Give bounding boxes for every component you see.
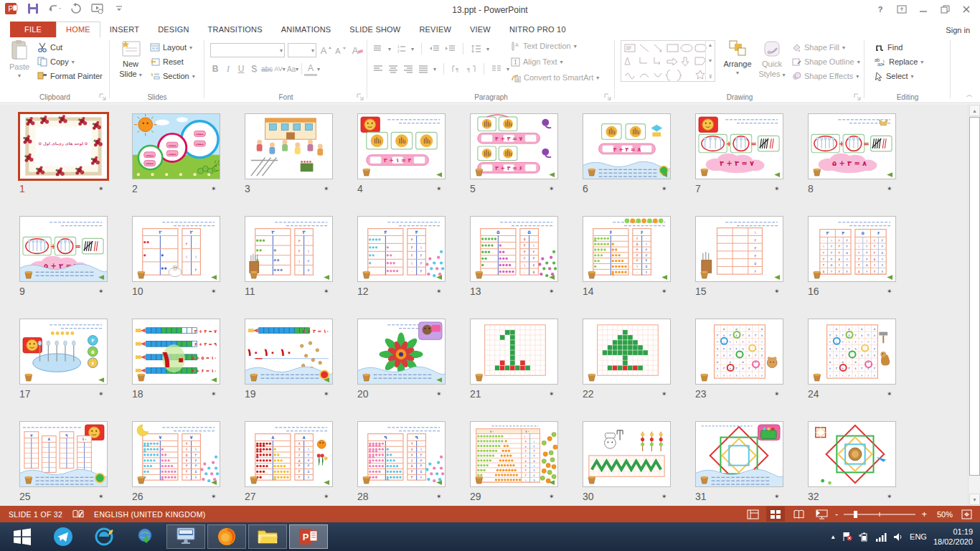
italic-button[interactable]: I: [222, 62, 235, 76]
slide-thumbnail-27[interactable]: ۸۸۸۰۷۱۶۲۵۳۴۴۳۵۲۶: [245, 421, 333, 487]
slide-thumbnail-29[interactable]: ۱۰۱۰۱۰۰۹۱۸۲۷۳۶۴۵۵۴۶۳۷۲۸۱۹: [470, 421, 558, 487]
quick-styles-button[interactable]: Quick Styles ▾: [755, 39, 788, 90]
animation-indicator-star-icon[interactable]: ✶: [549, 390, 555, 397]
new-slide-button[interactable]: New Slide ▾: [114, 39, 147, 90]
slide-thumbnail-17[interactable]: ۴۵۶: [19, 319, 108, 385]
tab-home[interactable]: HOME: [56, 22, 100, 38]
restore-button[interactable]: [934, 0, 956, 19]
clock[interactable]: 01:19 18/02/2020: [933, 527, 973, 547]
justify-button[interactable]: [418, 65, 428, 73]
collapse-ribbon-button[interactable]: ︿: [966, 90, 973, 100]
taskbar-internet-explorer-icon[interactable]: [85, 524, 123, 549]
strikethrough-button[interactable]: abc: [260, 62, 273, 76]
slide-thumbnail-2[interactable]: ﺻﻔﺤﻪﺻﻔﺤﻪﺻﻔﺤﻪﺻﻔﺤﻪﺻﻔﺤﻪﺻﻔﺤﻪ: [132, 113, 220, 179]
decrease-indent-button[interactable]: [429, 44, 440, 53]
slide-thumbnail-5[interactable]: ۴ + ۳ = ۷۳ + ۳ = ۶: [470, 113, 558, 179]
spell-check-icon[interactable]: [72, 509, 84, 519]
font-dialog-launcher[interactable]: [357, 93, 364, 100]
battery-icon[interactable]: [859, 532, 869, 542]
animation-indicator-star-icon[interactable]: ✶: [211, 493, 217, 500]
align-text-button[interactable]: Align Text▾: [511, 55, 563, 69]
animation-indicator-star-icon[interactable]: ✶: [324, 185, 329, 192]
animation-indicator-star-icon[interactable]: ✶: [661, 185, 667, 192]
fit-to-window-button[interactable]: [957, 507, 976, 522]
animation-indicator-star-icon[interactable]: ✶: [436, 493, 442, 500]
minimize-button[interactable]: [913, 0, 934, 19]
slide-thumbnail-11[interactable]: ۳۳۳۰۲۱۱۲۰۳: [245, 216, 333, 282]
paste-button[interactable]: Paste▾: [3, 39, 36, 90]
shrink-font-button[interactable]: A: [334, 43, 347, 57]
underline-button[interactable]: U: [235, 62, 248, 76]
normal-view-button[interactable]: [743, 507, 762, 522]
tab-file[interactable]: FILE: [10, 22, 56, 37]
taskbar-powerpoint-icon[interactable]: P: [289, 524, 328, 549]
slide-thumbnail-18[interactable]: ۳ + ۴ = ۷۶ + ۳ = ۹۵ + ۵ = ۱۰۴ + ۶ = ۱۰۱۰: [132, 319, 220, 385]
increase-indent-button[interactable]: [445, 44, 456, 53]
volume-icon[interactable]: [893, 532, 903, 542]
slide-thumbnail-14[interactable]: ۶۶۶۰۵۱۴۲۳۳۲۴۱۵۰۶: [583, 216, 671, 282]
taskbar-start-button[interactable]: [3, 524, 42, 549]
slide-thumbnail-22[interactable]: [583, 319, 671, 385]
animation-indicator-star-icon[interactable]: ✶: [887, 288, 892, 295]
ribbon-display-options-button[interactable]: [891, 0, 913, 19]
align-center-button[interactable]: [388, 65, 398, 73]
animation-indicator-star-icon[interactable]: ✶: [324, 390, 329, 397]
align-left-button[interactable]: [373, 65, 383, 73]
tab-review[interactable]: REVIEW: [410, 22, 461, 37]
slide-thumbnail-20[interactable]: [357, 319, 446, 385]
font-name-combo[interactable]: ▾: [210, 43, 285, 57]
slide-thumbnail-12[interactable]: ۴۴۴۰۳۱۲۲۱۳۰۴: [357, 216, 446, 282]
slide-thumbnail-23[interactable]: ۰۵۰۵۰۵۰۵۳۸۳۸۳۸۳۸۶۱۶۱۶۱۶۱۹۴۹۴۹۴۹۴۲۷۲۷۲۷۲۷…: [695, 319, 783, 385]
align-right-button[interactable]: [403, 65, 413, 73]
reading-view-button[interactable]: [789, 507, 808, 522]
animation-indicator-star-icon[interactable]: ✶: [324, 493, 329, 500]
drawing-dialog-launcher[interactable]: [854, 93, 861, 100]
slide-thumbnail-31[interactable]: [695, 421, 783, 487]
scroll-down-arrow[interactable]: ▼: [969, 494, 980, 505]
language-button[interactable]: ENG: [910, 532, 927, 541]
reset-button[interactable]: Reset: [150, 55, 184, 69]
tab-animations[interactable]: ANIMATIONS: [272, 22, 341, 37]
taskbar-file-explorer-icon[interactable]: [248, 524, 287, 549]
font-size-combo[interactable]: ▾: [288, 43, 316, 57]
shape-effects-button[interactable]: Shape Effects▾: [791, 69, 859, 83]
slide-thumbnail-30[interactable]: [583, 421, 671, 487]
copy-button[interactable]: Copy▾: [37, 55, 75, 69]
bullets-button[interactable]: [373, 44, 383, 53]
select-button[interactable]: Select▾: [875, 69, 914, 83]
clear-formatting-button[interactable]: A: [351, 43, 364, 57]
format-painter-button[interactable]: Format Painter: [37, 69, 103, 83]
slide-thumbnail-6[interactable]: ۴ + ۴ = ۸: [583, 113, 671, 179]
bold-button[interactable]: B: [209, 62, 222, 76]
animation-indicator-star-icon[interactable]: ✶: [436, 185, 442, 192]
slide-thumbnail-28[interactable]: ۹۹۹۰۸۱۷۲۶۳۵۴۴۵۳۶: [357, 421, 446, 487]
animation-indicator-star-icon[interactable]: ✶: [887, 185, 892, 192]
slide-thumbnail-1[interactable]: ✿ ﻟﻮﺣﻪ ﻫﺎی ﺯیﺒﺎی ﺍﻭﻝ ✿﹏﹏﹏: [18, 112, 109, 181]
hidden-icons-button[interactable]: ▲: [830, 534, 836, 540]
close-button[interactable]: [956, 0, 977, 19]
animation-indicator-star-icon[interactable]: ✶: [774, 288, 780, 295]
tab-slideshow[interactable]: SLIDE SHOW: [340, 22, 410, 37]
tab-view[interactable]: VIEW: [461, 22, 500, 37]
scrollbar-thumb[interactable]: [969, 117, 980, 476]
slide-sorter-view-button[interactable]: [766, 507, 785, 522]
animation-indicator-star-icon[interactable]: ✶: [661, 493, 667, 500]
zoom-level[interactable]: 50%: [931, 510, 953, 519]
taskbar-firefox-icon[interactable]: [207, 524, 246, 549]
character-spacing-button[interactable]: AV▾: [273, 62, 286, 76]
animation-indicator-star-icon[interactable]: ✶: [549, 493, 555, 500]
columns-button[interactable]: [491, 65, 501, 73]
shape-outline-button[interactable]: Shape Outline▾: [791, 55, 860, 69]
taskbar-remote-keyboard-icon[interactable]: [166, 524, 205, 549]
taskbar-telegram-icon[interactable]: [44, 524, 83, 549]
tab-nitro[interactable]: NITRO PRO 10: [500, 22, 575, 37]
convert-smartart-button[interactable]: Convert to SmartArt▾: [511, 70, 599, 85]
zoom-slider[interactable]: [842, 509, 917, 519]
animation-indicator-star-icon[interactable]: ✶: [774, 185, 780, 192]
slide-thumbnail-9[interactable]: +=۵ + ۲ = ۷: [19, 216, 108, 282]
animation-indicator-star-icon[interactable]: ✶: [324, 288, 329, 295]
font-color-button[interactable]: A: [304, 62, 317, 76]
slide-thumbnail-25[interactable]: ۷۸۹۱۰: [19, 421, 108, 487]
animation-indicator-star-icon[interactable]: ✶: [887, 390, 892, 397]
slide-thumbnail-16[interactable]: ۳۴۰۱۲۳۱۲۳۴۲۳۴۵۳۴۵۶۴۵۶۷۵۶۷۸۵۶۰۱۲۳۱۲۳۴۲۳۴۵…: [808, 216, 896, 282]
